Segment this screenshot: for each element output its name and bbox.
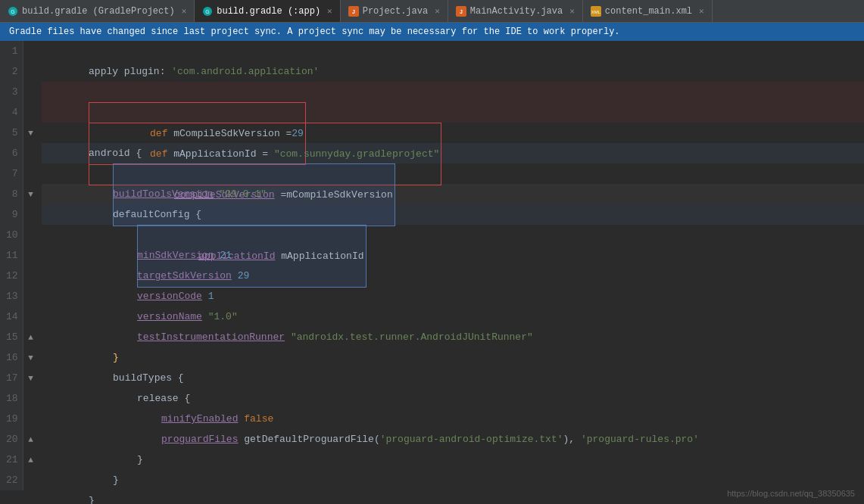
svg-text:G: G [206, 9, 210, 14]
tab-label-5: content_main.xml [605, 6, 692, 17]
sync-banner-text: Gradle files have changed since last pro… [9, 26, 620, 37]
tab-bar: G build.gradle (GradleProject) ✕ G build… [0, 0, 864, 23]
gutter-2 [23, 61, 39, 82]
tab-content-main-xml[interactable]: XML content_main.xml ✕ [583, 0, 713, 22]
svg-text:G: G [11, 9, 14, 14]
line-num-3: 3 [6, 82, 18, 102]
code-line-3: def mCompileSdkVersion =29 [42, 82, 864, 102]
line-num-7: 7 [6, 163, 18, 184]
gutter-16[interactable]: ▼ [23, 347, 39, 368]
code-line-16: buildTypes { [42, 347, 864, 368]
gutter-4 [23, 102, 39, 123]
gutter-3 [23, 82, 39, 102]
tab-close-4-icon[interactable]: ✕ [569, 6, 575, 16]
gradle-icon-2: G [202, 6, 213, 17]
line-num-10: 10 [6, 225, 18, 245]
gutter-18 [23, 388, 39, 409]
tab-build-gradle-app[interactable]: G build.gradle (:app) ✕ [195, 0, 340, 22]
line-num-11: 11 [6, 245, 18, 266]
tab-close-icon[interactable]: ✕ [182, 6, 187, 16]
tab-label-3: Project.java [363, 6, 428, 17]
tab-main-activity[interactable]: J MainActivity.java ✕ [448, 0, 583, 22]
line-num-15: 15 [6, 327, 18, 347]
line-num-2: 2 [6, 61, 18, 82]
gutter-7 [23, 163, 39, 184]
line-num-8: 8 [6, 184, 18, 204]
gutter-15[interactable]: ▲ [23, 327, 39, 347]
line-num-12: 12 [6, 266, 18, 286]
line-num-9: 9 [6, 204, 18, 225]
tab-close-3-icon[interactable]: ✕ [435, 6, 440, 16]
gutter-6 [23, 143, 39, 163]
code-area[interactable]: apply plugin: 'com.android.application' … [39, 41, 864, 490]
gutter: ▼ ▼ ▲ ▼ ▼ ▲ ▲ [23, 41, 39, 490]
java-icon-2: J [456, 6, 466, 17]
gutter-19 [23, 409, 39, 429]
gutter-21[interactable]: ▲ [23, 450, 39, 470]
gutter-13 [23, 286, 39, 306]
tab-label: build.gradle (GradleProject) [22, 6, 175, 17]
line-num-21: 21 [6, 450, 18, 470]
gutter-12 [23, 266, 39, 286]
gutter-1 [23, 41, 39, 61]
tab-close-5-icon[interactable]: ✕ [699, 6, 704, 16]
svg-text:XML: XML [591, 10, 601, 14]
line-num-4: 4 [6, 102, 18, 123]
tab-label-2: build.gradle (:app) [217, 6, 320, 17]
gutter-20[interactable]: ▲ [23, 429, 39, 450]
line-num-22: 22 [6, 470, 18, 490]
gutter-9 [23, 204, 39, 225]
sync-banner: Gradle files have changed since last pro… [0, 23, 864, 41]
xml-icon: XML [591, 6, 601, 17]
svg-text:J: J [352, 9, 355, 14]
editor-window: G build.gradle (GradleProject) ✕ G build… [0, 0, 864, 490]
line-num-6: 6 [6, 143, 18, 163]
svg-text:J: J [460, 9, 463, 14]
line-num-5: 5 [6, 123, 18, 143]
gutter-11 [23, 245, 39, 266]
gutter-17[interactable]: ▼ [23, 368, 39, 388]
code-line-22: } [42, 470, 864, 490]
line-num-1: 1 [6, 41, 18, 61]
code-line-21: } [42, 450, 864, 470]
line-num-20: 20 [6, 429, 18, 450]
line-num-19: 19 [6, 409, 18, 429]
gutter-10 [23, 225, 39, 245]
gutter-5[interactable]: ▼ [23, 123, 39, 143]
gutter-14 [23, 306, 39, 327]
line-num-16: 16 [6, 347, 18, 368]
gutter-8[interactable]: ▼ [23, 184, 39, 204]
line-num-18: 18 [6, 388, 18, 409]
code-line-1: apply plugin: 'com.android.application' [42, 41, 864, 61]
java-icon: J [348, 6, 359, 17]
tab-label-4: MainActivity.java [470, 6, 563, 17]
tab-build-gradle-project[interactable]: G build.gradle (GradleProject) ✕ [0, 0, 195, 22]
line-num-13: 13 [6, 286, 18, 306]
line-numbers: 1 2 3 4 5 6 7 8 9 10 11 12 13 14 15 16 1… [0, 41, 23, 490]
gradle-icon: G [8, 6, 18, 17]
tab-close-2-icon[interactable]: ✕ [327, 6, 332, 16]
watermark: https://blog.csdn.net/qq_38350635 [727, 489, 855, 498]
code-editor[interactable]: 1 2 3 4 5 6 7 8 9 10 11 12 13 14 15 16 1… [0, 41, 864, 490]
line-num-14: 14 [6, 306, 18, 327]
tab-project-java[interactable]: J Project.java ✕ [341, 0, 448, 22]
line-num-17: 17 [6, 368, 18, 388]
gutter-22 [23, 470, 39, 490]
